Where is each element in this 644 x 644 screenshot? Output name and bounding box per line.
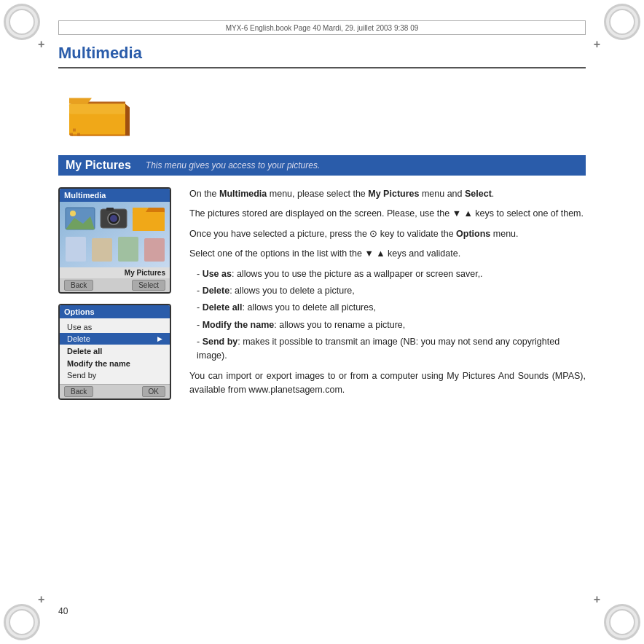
svg-rect-16 <box>106 208 114 211</box>
crosshair-tl: + <box>38 38 44 51</box>
svg-point-15 <box>110 215 117 222</box>
term-modify-name: Modify the name <box>203 320 275 330</box>
page-number: 40 <box>58 606 68 616</box>
paragraph-last: You can import or export images to or fr… <box>189 369 586 398</box>
folder-icon <box>66 82 131 140</box>
header-text: MYX-6 English.book Page 40 Mardi, 29. ju… <box>226 24 419 32</box>
crosshair-br: + <box>594 593 600 606</box>
svg-point-11 <box>70 211 76 216</box>
device-screen-options: Options Use as Delete Delete all Modify … <box>58 304 171 400</box>
page-title: Multimedia <box>58 44 586 68</box>
device-title-options: Options <box>60 305 170 318</box>
paragraph-1: On the Multimedia menu, please select th… <box>189 187 586 201</box>
left-column: Multimedia <box>58 187 175 404</box>
list-item-delete-all: Delete all: allows you to delete all pic… <box>197 301 586 315</box>
svg-rect-21 <box>92 238 112 262</box>
options-list: Use as Delete Delete all Modify the name… <box>60 318 170 384</box>
right-column: On the Multimedia menu, please select th… <box>189 187 586 404</box>
svg-rect-7 <box>77 133 80 136</box>
device-back-btn-2[interactable]: Back <box>64 386 93 397</box>
svg-rect-19 <box>133 212 165 231</box>
svg-marker-5 <box>125 104 130 136</box>
term-options: Options <box>456 229 490 239</box>
main-body: Multimedia <box>58 187 586 404</box>
term-multimedia: Multimedia <box>219 189 267 199</box>
term-send-by: Send by <box>203 337 238 347</box>
svg-rect-6 <box>73 129 76 132</box>
list-item-use-as: Use as: allows you to use the picture as… <box>197 267 586 281</box>
section-description: This menu gives you access to your pictu… <box>146 160 320 170</box>
paragraph-3: Once you have selected a picture, press … <box>189 227 586 241</box>
option-send-by[interactable]: Send by <box>60 369 170 381</box>
svg-rect-4 <box>69 104 126 114</box>
header-bar: MYX-6 English.book Page 40 Mardi, 29. ju… <box>58 20 586 35</box>
option-delete-all[interactable]: Delete all <box>60 345 170 357</box>
term-select: Select <box>465 189 492 199</box>
svg-rect-23 <box>144 238 165 262</box>
folder-icon-area <box>66 82 586 142</box>
svg-rect-22 <box>118 237 138 262</box>
svg-rect-8 <box>70 133 73 136</box>
corner-decoration-bl <box>9 609 35 635</box>
list-item-modify-name: Modify the name: allows you to rename a … <box>197 318 586 332</box>
device-buttons-2: Back OK <box>60 384 170 398</box>
crosshair-bl: + <box>38 593 44 606</box>
paragraph-4: Select one of the options in the list wi… <box>189 247 586 261</box>
device-body-multimedia <box>60 202 170 267</box>
option-delete[interactable]: Delete <box>60 333 170 345</box>
device-footer-my-pictures: My Pictures <box>60 267 170 278</box>
paragraph-2: The pictures stored are displayed on the… <box>189 207 586 221</box>
section-header: My Pictures This menu gives you access t… <box>58 155 586 176</box>
list-item-send-by: Send by: makes it possible to transmit a… <box>197 335 586 364</box>
term-delete: Delete <box>203 286 230 296</box>
term-use-as: Use as <box>203 269 232 279</box>
device-ui-icons <box>60 202 170 267</box>
device-title-multimedia: Multimedia <box>60 189 170 202</box>
option-modify-name[interactable]: Modify the name <box>60 357 170 369</box>
device-buttons-1: Back Select <box>60 278 170 292</box>
device-ok-btn[interactable]: OK <box>142 386 165 397</box>
options-description-list: Use as: allows you to use the picture as… <box>197 267 586 364</box>
corner-decoration-tr <box>609 9 635 35</box>
svg-rect-20 <box>66 237 86 262</box>
content-area: Multimedia My Pictures This menu gives y… <box>58 44 586 600</box>
device-screen-multimedia: Multimedia <box>58 187 171 294</box>
option-use-as[interactable]: Use as <box>60 321 170 333</box>
term-my-pictures: My Pictures <box>368 189 419 199</box>
crosshair-tr: + <box>594 38 600 51</box>
device-select-btn[interactable]: Select <box>132 280 165 291</box>
corner-decoration-tl <box>9 9 35 35</box>
device-back-btn-1[interactable]: Back <box>64 280 93 291</box>
term-delete-all: Delete all <box>203 302 243 313</box>
corner-decoration-br <box>609 609 635 635</box>
list-item-delete: Delete: allows you to delete a picture, <box>197 284 586 298</box>
section-title: My Pictures <box>66 159 131 172</box>
